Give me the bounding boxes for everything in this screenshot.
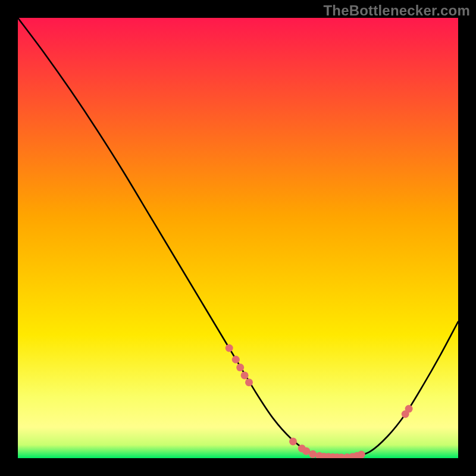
data-point-marker: [226, 345, 233, 352]
watermark-label: TheBottlenecker.com: [323, 2, 470, 19]
data-point-marker: [302, 447, 310, 455]
root-panel: TheBottlenecker.com: [0, 0, 476, 476]
data-point-marker: [309, 450, 317, 458]
chart-background-gradient: [18, 18, 458, 458]
data-point-marker: [236, 364, 244, 371]
data-point-marker: [232, 356, 240, 364]
data-point-marker: [241, 371, 249, 379]
data-point-marker: [358, 451, 365, 458]
chart-svg: [18, 18, 458, 458]
data-point-marker: [245, 378, 253, 386]
bottleneck-chart: [18, 18, 458, 458]
data-point-marker: [405, 405, 413, 413]
data-point-marker: [289, 437, 297, 445]
